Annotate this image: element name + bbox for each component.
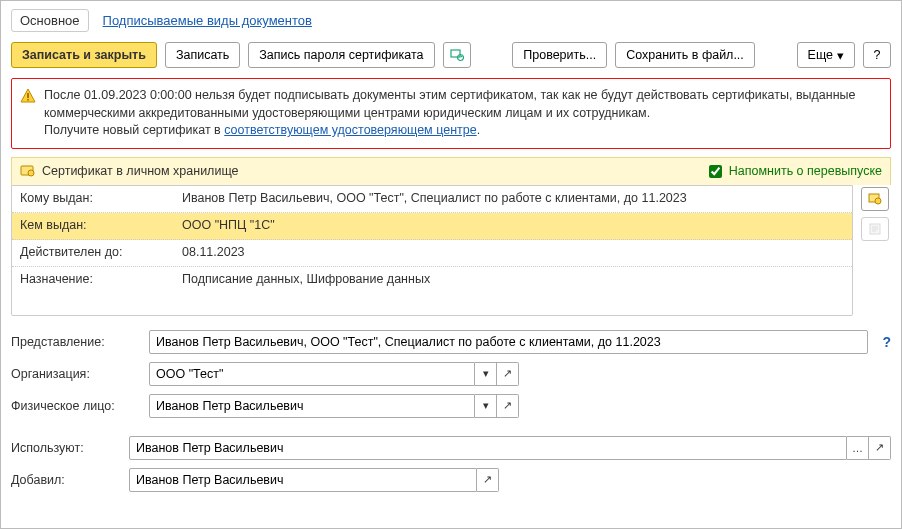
added-by-input[interactable] — [129, 468, 477, 492]
cert-side-buttons — [859, 185, 891, 316]
issued-by-label: Кем выдан: — [12, 213, 174, 239]
svg-rect-4 — [27, 99, 28, 101]
toolbar: Записать и закрыть Записать Запись парол… — [11, 42, 891, 68]
valid-to-value: 08.11.2023 — [174, 240, 852, 266]
cert-row-purpose[interactable]: Назначение: Подписание данных, Шифровани… — [12, 267, 852, 315]
save-password-button[interactable]: Запись пароля сертификата — [248, 42, 434, 68]
more-button[interactable]: Еще ▾ — [797, 42, 855, 68]
row-person: Физическое лицо: ▾ ↗ — [11, 394, 891, 418]
svg-point-8 — [875, 198, 881, 204]
cert-row-issued-by[interactable]: Кем выдан: ООО "НПЦ "1С" — [12, 213, 852, 240]
cert-details-button[interactable] — [861, 187, 889, 211]
help-button[interactable]: ? — [863, 42, 891, 68]
representation-help[interactable]: ? — [882, 334, 891, 350]
cert-note-button — [861, 217, 889, 241]
cert-header-title: Сертификат в личном хранилище — [42, 164, 238, 178]
row-representation: Представление: ? — [11, 330, 891, 354]
check-button[interactable]: Проверить... — [512, 42, 607, 68]
purpose-value: Подписание данных, Шифрование данных — [174, 267, 852, 315]
chevron-down-icon: ▾ — [483, 367, 489, 380]
row-added-by: Добавил: ↗ — [11, 468, 891, 492]
chevron-down-icon: ▾ — [837, 48, 844, 63]
svg-rect-3 — [27, 93, 28, 98]
person-label: Физическое лицо: — [11, 399, 141, 413]
person-input[interactable] — [149, 394, 475, 418]
valid-to-label: Действителен до: — [12, 240, 174, 266]
issued-to-label: Кому выдан: — [12, 186, 174, 212]
warning-line2-pre: Получите новый сертификат в — [44, 123, 224, 137]
used-by-input[interactable] — [129, 436, 847, 460]
save-button[interactable]: Записать — [165, 42, 240, 68]
ellipsis-icon: … — [852, 442, 863, 454]
warning-line2-post: . — [477, 123, 480, 137]
warning-text: После 01.09.2023 0:00:00 нельзя будет по… — [44, 87, 880, 140]
organization-input[interactable] — [149, 362, 475, 386]
cert-table: Кому выдан: Иванов Петр Васильевич, ООО … — [11, 185, 853, 316]
issued-to-value: Иванов Петр Васильевич, ООО "Тест", Спец… — [174, 186, 852, 212]
cert-row-issued-to[interactable]: Кому выдан: Иванов Петр Васильевич, ООО … — [12, 186, 852, 213]
remind-reissue[interactable]: Напомнить о перевыпуске — [705, 162, 882, 181]
save-to-file-button[interactable]: Сохранить в файл... — [615, 42, 755, 68]
used-by-open[interactable]: ↗ — [869, 436, 891, 460]
open-icon: ↗ — [503, 399, 512, 412]
more-label: Еще — [808, 48, 833, 62]
row-used-by: Используют: … ↗ — [11, 436, 891, 460]
open-icon: ↗ — [503, 367, 512, 380]
save-close-button[interactable]: Записать и закрыть — [11, 42, 157, 68]
representation-label: Представление: — [11, 335, 141, 349]
card-refresh-icon — [450, 48, 464, 62]
added-by-open[interactable]: ↗ — [477, 468, 499, 492]
representation-input[interactable] — [149, 330, 868, 354]
note-icon — [868, 222, 882, 236]
added-by-label: Добавил: — [11, 473, 121, 487]
open-icon: ↗ — [875, 441, 884, 454]
open-icon: ↗ — [483, 473, 492, 486]
tabs: Основное Подписываемые виды документов — [11, 9, 891, 32]
chevron-down-icon: ▾ — [483, 399, 489, 412]
warning-line1a: После 01.09.2023 0:00:00 нельзя будет по… — [44, 88, 856, 102]
warning-line1b: коммерческими аккредитованными удостовер… — [44, 106, 650, 120]
person-dropdown[interactable]: ▾ — [475, 394, 497, 418]
row-organization: Организация: ▾ ↗ — [11, 362, 891, 386]
warning-link[interactable]: соответствующем удостоверяющем центре — [224, 123, 476, 137]
refresh-cert-button[interactable] — [443, 42, 471, 68]
purpose-label: Назначение: — [12, 267, 174, 315]
cert-header: Сертификат в личном хранилище Напомнить … — [11, 157, 891, 185]
cert-row-valid-to[interactable]: Действителен до: 08.11.2023 — [12, 240, 852, 267]
svg-point-6 — [28, 170, 34, 176]
remind-label: Напомнить о перевыпуске — [729, 164, 882, 178]
used-by-select[interactable]: … — [847, 436, 869, 460]
used-by-label: Используют: — [11, 441, 121, 455]
certificate-icon — [868, 192, 882, 206]
cert-store-icon — [20, 163, 36, 179]
organization-open[interactable]: ↗ — [497, 362, 519, 386]
warning-box: После 01.09.2023 0:00:00 нельзя будет по… — [11, 78, 891, 149]
warning-icon — [20, 88, 36, 140]
issued-by-value: ООО "НПЦ "1С" — [174, 213, 852, 239]
person-open[interactable]: ↗ — [497, 394, 519, 418]
organization-label: Организация: — [11, 367, 141, 381]
tab-signed-types[interactable]: Подписываемые виды документов — [103, 13, 312, 28]
tab-main[interactable]: Основное — [11, 9, 89, 32]
remind-checkbox[interactable] — [709, 165, 722, 178]
organization-dropdown[interactable]: ▾ — [475, 362, 497, 386]
